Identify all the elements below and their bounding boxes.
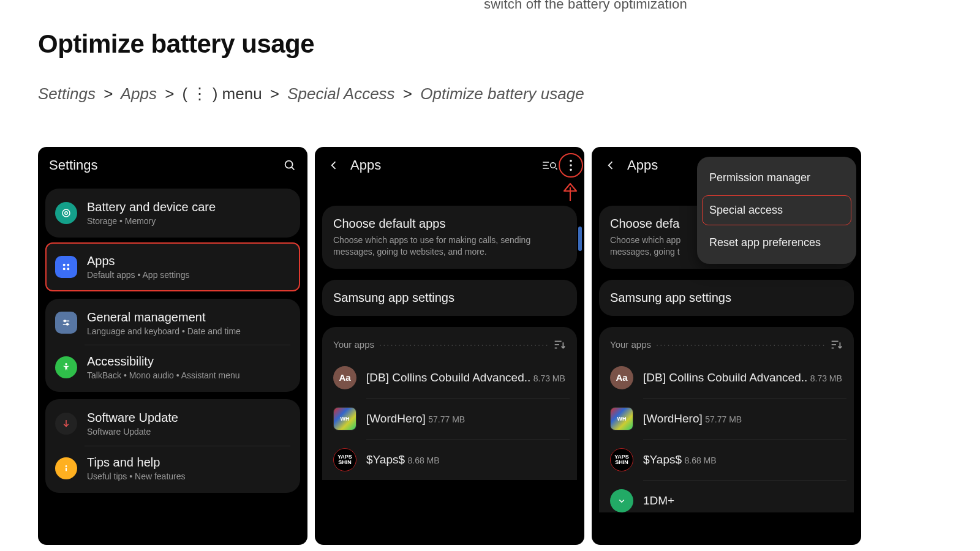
svg-line-19 [556,168,557,170]
app-icon: Aa [610,366,633,389]
dotted-line: ········································… [656,339,824,350]
back-icon[interactable] [603,157,619,173]
svg-point-4 [63,263,66,266]
app-name: [WordHero] [366,412,426,425]
app-icon: WH [610,407,633,430]
overflow-menu-popup: Permission manager Special access Reset … [697,157,856,264]
settings-row-tips[interactable]: Tips and help Useful tips • New features [45,446,300,490]
software-update-icon [55,413,77,435]
card-samsung-app-settings[interactable]: Samsung app settings [599,280,854,316]
menu-item-special-access-highlighted[interactable]: Special access [702,195,851,225]
svg-line-1 [292,167,294,170]
your-apps-section: Your apps ······························… [599,327,854,512]
more-menu-icon[interactable] [568,159,573,172]
settings-row-software-update[interactable]: Software Update Software Update [45,402,300,446]
breadcrumb-separator: > [161,84,178,103]
svg-point-5 [67,263,69,266]
breadcrumb-separator: > [266,84,283,103]
card-choose-default-apps[interactable]: Choose default apps Choose which apps to… [322,206,577,269]
app-row[interactable]: Aa [DB] Collins Cobuild Advanced.. 8.73 … [606,358,846,398]
row-sub: Default apps • App settings [87,270,190,280]
app-size: 8.68 MB [684,455,716,465]
row-sub: Software Update [87,427,178,437]
back-icon[interactable] [326,157,342,173]
row-label: Software Update [87,410,178,425]
app-size: 57.77 MB [428,414,465,424]
card-samsung-app-settings[interactable]: Samsung app settings [322,280,577,316]
svg-point-21 [570,164,572,167]
screenshot-settings: Settings Battery and device care Storage… [38,147,307,545]
settings-group: Battery and device care Storage • Memory [45,189,300,238]
row-sub: Useful tips • New features [87,471,186,482]
app-name: [WordHero] [643,412,703,425]
app-icon: Aa [333,366,356,389]
annotation-up-arrow-icon [561,180,579,202]
settings-row-apps-highlighted[interactable]: Apps Default apps • App settings [45,242,300,291]
svg-point-11 [67,324,69,326]
sort-icon[interactable] [552,338,566,351]
app-row[interactable]: WH [WordHero] 57.77 MB [606,399,846,439]
app-name: $Yaps$ [643,453,682,466]
app-row[interactable]: YAPSSHIN $Yaps$ 8.68 MB [330,440,570,480]
svg-point-6 [63,268,66,270]
row-label: General management [87,310,241,324]
svg-point-0 [285,161,293,168]
search-icon[interactable] [283,159,296,172]
app-row[interactable]: WH [WordHero] 57.77 MB [330,399,570,439]
settings-group: Software Update Software Update Tips and… [45,399,300,493]
svg-point-7 [67,268,69,270]
breadcrumb-part: Settings [38,84,96,103]
card-title: Choose default apps [333,217,566,231]
filter-search-icon[interactable] [541,159,557,171]
app-size: 8.73 MB [810,373,842,383]
general-management-icon [55,312,77,334]
app-icon: WH [333,407,356,430]
row-label: Apps [87,253,190,268]
breadcrumb-separator: > [100,84,116,103]
sort-icon[interactable] [829,338,843,351]
app-size: 8.73 MB [533,373,565,383]
app-row[interactable]: YAPSSHIN $Yaps$ 8.68 MB [606,440,846,480]
app-icon: YAPSSHIN [333,448,356,471]
settings-row-general[interactable]: General management Language and keyboard… [45,301,300,345]
app-row[interactable]: Aa [DB] Collins Cobuild Advanced.. 8.73 … [330,358,570,398]
menu-item-reset-app-preferences[interactable]: Reset app preferences [697,227,856,259]
settings-path-breadcrumb: Settings > Apps > ( ⋮ ) menu > Special A… [38,84,584,103]
row-sub: Storage • Memory [87,216,216,227]
your-apps-header: Your apps ······························… [606,329,846,358]
breadcrumb-part: Apps [121,84,157,103]
app-name: [DB] Collins Cobuild Advanced.. [643,371,807,384]
app-row[interactable]: 1DM+ [606,481,846,512]
scroll-indicator[interactable] [578,227,582,251]
settings-row-battery[interactable]: Battery and device care Storage • Memory [45,191,300,235]
row-label: Battery and device care [87,200,216,214]
app-name: [DB] Collins Cobuild Advanced.. [366,371,530,384]
svg-point-13 [66,465,67,467]
screen-header: Apps [322,156,577,181]
dotted-line: ········································… [379,339,548,350]
screen-title: Apps [350,157,381,173]
card-description: Choose which apps to use for making call… [333,234,566,258]
accessibility-icon [55,356,77,378]
row-label: Tips and help [87,455,186,470]
tips-icon [55,457,77,479]
battery-care-icon [55,202,77,224]
row-sub: Language and keyboard • Date and time [87,326,241,337]
your-apps-label: Your apps [333,339,374,350]
svg-point-20 [570,160,572,162]
app-size: 57.77 MB [705,414,742,424]
svg-rect-14 [66,468,67,471]
screen-title: Apps [627,157,658,173]
row-label: Accessibility [87,354,239,369]
svg-point-10 [64,320,66,322]
partial-text-above: switch off the battery optimization [484,0,687,12]
screen-title: Settings [49,157,98,173]
svg-point-12 [65,363,67,365]
app-icon: YAPSSHIN [610,448,633,471]
svg-point-22 [570,169,572,171]
settings-row-accessibility[interactable]: Accessibility TalkBack • Mono audio • As… [45,345,300,389]
menu-item-permission-manager[interactable]: Permission manager [697,162,856,194]
your-apps-label: Your apps [610,339,651,350]
screenshot-apps: Apps Choose default apps Choose which ap… [315,147,584,545]
breadcrumb-part: Special Access [287,84,394,103]
